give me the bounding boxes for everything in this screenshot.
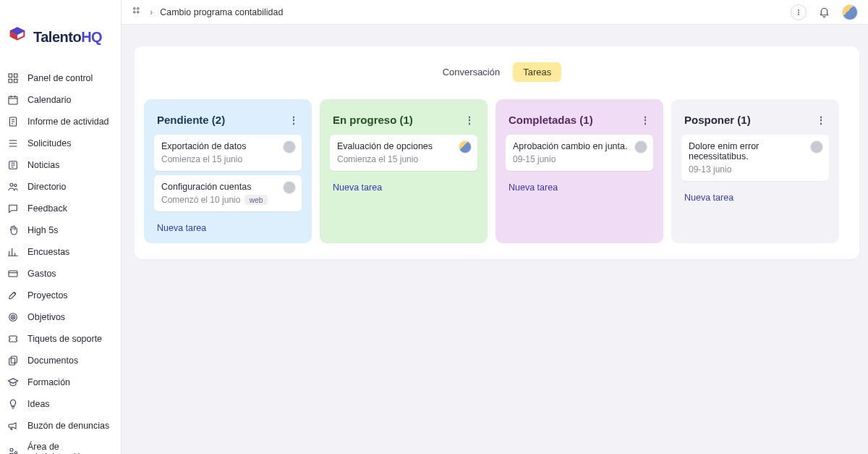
task-title: Aprobación cambio en junta. [513,141,646,151]
cards: Dolore enim error necessitatibus. 09-13 … [671,135,839,188]
new-task-button[interactable]: Nueva tarea [495,178,663,193]
apps-icon[interactable] [132,6,142,19]
tab-conversacion[interactable]: Conversación [433,62,511,82]
svg-rect-13 [11,356,17,363]
sidebar-item-label: Buzón de denuncias [27,421,109,431]
new-task-button[interactable]: Nueva tarea [144,219,312,233]
task-sub: 09-15 junio [513,154,646,164]
grid-icon [7,72,19,84]
sidebar-item-label: Noticias [27,160,59,170]
column-pendiente: Pendiente (2) ⋮ Exportación de datos Com… [144,99,312,243]
sidebar-item-tiquets[interactable]: Tiquets de soporte [0,328,121,350]
sidebar-item-feedback[interactable]: Feedback [0,198,121,219]
megaphone-icon [7,420,19,432]
task-card[interactable]: Configuración cuentas Comenzó el 10 juni… [154,175,302,211]
column-title: En progreso (1) [333,114,413,126]
user-avatar[interactable] [842,4,858,20]
sidebar-item-ideas[interactable]: Ideas [0,393,121,415]
column-menu-button[interactable]: ⋮ [816,115,826,125]
sidebar-item-admin[interactable]: Área de administración [0,437,121,454]
column-head: En progreso (1) ⋮ [320,109,488,135]
svg-point-10 [9,314,17,321]
task-card[interactable]: Evaluación de opciones Comienza el 15 ju… [330,135,477,171]
svg-point-7 [10,183,13,186]
sidebar-item-formacion[interactable]: Formación [0,371,121,393]
new-task-button[interactable]: Nueva tarea [671,188,839,203]
chat-icon [7,203,19,214]
sidebar-item-label: Feedback [27,203,67,214]
news-icon [7,159,19,171]
sidebar-item-label: Calendario [27,95,71,105]
column-title: Pendiente (2) [157,114,225,126]
sidebar-item-high5[interactable]: High 5s [0,219,121,241]
sidebar-item-objetivos[interactable]: Objetivos [0,306,121,328]
svg-rect-14 [9,358,15,365]
hand-icon [7,224,19,236]
assignee-avatar [283,181,296,194]
board-panel: Conversación Tareas Pendiente (2) ⋮ [135,46,859,259]
sidebar-item-label: Objetivos [27,312,65,322]
sidebar-item-label: Formación [27,377,70,387]
svg-point-20 [137,11,140,13]
sidebar-item-encuestas[interactable]: Encuestas [0,241,121,263]
svg-rect-1 [14,74,17,77]
column-head: Pendiente (2) ⋮ [144,109,312,135]
sidebar-item-noticias[interactable]: Noticias [0,154,121,176]
column-menu-button[interactable]: ⋮ [464,115,475,125]
admin-icon [7,446,19,454]
column-progreso: En progreso (1) ⋮ Evaluación de opciones… [320,99,488,243]
cards: Exportación de datos Comienza el 15 juni… [144,135,312,219]
sidebar-item-label: High 5s [27,225,58,235]
svg-point-21 [798,9,799,10]
sidebar-item-solicitudes[interactable]: Solicitudes [0,133,121,154]
sidebar-item-panel[interactable]: Panel de control [0,67,121,89]
assignee-avatar [459,140,472,154]
app-root: TalentoHQ Panel de control Calendario In… [0,0,868,454]
sidebar-item-label: Ideas [27,399,50,409]
ticket-icon [7,333,19,345]
new-task-button[interactable]: Nueva tarea [320,178,488,193]
sidebar-item-buzon[interactable]: Buzón de denuncias [0,415,121,437]
task-card[interactable]: Exportación de datos Comienza el 15 juni… [154,135,302,171]
tabs: Conversación Tareas [144,62,850,82]
more-menu-button[interactable] [791,4,807,20]
column-head: Posponer (1) ⋮ [671,109,839,135]
task-card[interactable]: Aprobación cambio en junta. 09-15 junio [506,135,653,171]
sidebar-nav: Panel de control Calendario Informe de a… [0,67,121,454]
bulb-icon [7,398,19,410]
copy-icon [7,355,19,366]
sidebar-item-label: Tiquets de soporte [27,334,102,344]
sidebar-item-label: Encuestas [27,247,69,257]
breadcrumb-page[interactable]: Cambio programa contabilidad [160,7,283,17]
task-sub: Comienza el 15 junio [161,154,294,164]
sidebar-item-directorio[interactable]: Directorio [0,176,121,198]
column-menu-button[interactable]: ⋮ [640,115,650,125]
svg-point-22 [798,12,799,12]
task-tag: web [244,195,267,205]
column-posponer: Posponer (1) ⋮ Dolore enim error necessi… [671,99,839,243]
task-card[interactable]: Dolore enim error necessitatibus. 09-13 … [681,135,829,181]
chevron-right-icon: › [150,7,153,17]
sidebar-item-gastos[interactable]: Gastos [0,263,121,285]
topbar: › Cambio programa contabilidad [122,0,868,25]
task-title: Configuración cuentas [161,182,294,192]
svg-point-23 [798,14,799,14]
task-sub: Comenzó el 10 junioweb [161,195,294,205]
breadcrumb: › Cambio programa contabilidad [132,6,283,19]
svg-point-11 [11,315,14,319]
sidebar-item-documentos[interactable]: Documentos [0,350,121,371]
column-menu-button[interactable]: ⋮ [289,115,299,125]
tab-tareas[interactable]: Tareas [513,62,561,82]
sidebar-item-calendario[interactable]: Calendario [0,89,121,111]
task-title: Exportación de datos [161,141,294,151]
sidebar-item-proyectos[interactable]: Proyectos [0,285,121,306]
card-icon [7,268,19,279]
sidebar-item-label: Directorio [27,182,67,192]
task-title: Dolore enim error necessitatibus. [689,141,822,161]
topbar-right [791,4,858,20]
notifications-button[interactable] [818,6,830,18]
brand-logo[interactable]: TalentoHQ [0,23,121,67]
sidebar-item-informe[interactable]: Informe de actividad [0,111,121,133]
target-icon [7,311,19,323]
svg-point-19 [134,11,136,13]
